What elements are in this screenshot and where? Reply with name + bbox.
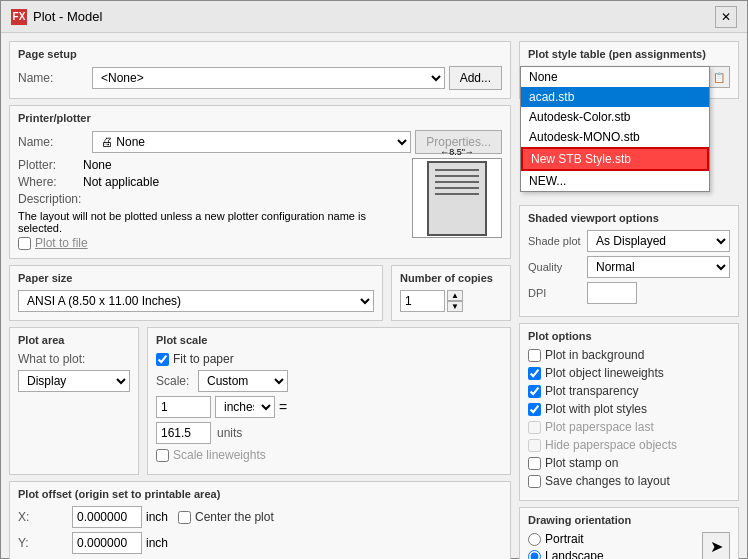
copies-title: Number of copies — [400, 272, 502, 284]
units2-label: units — [217, 426, 242, 440]
dropdown-item-new[interactable]: NEW... — [521, 171, 709, 191]
portrait-label: Portrait — [545, 532, 584, 546]
portrait-radio[interactable] — [528, 533, 541, 546]
shading-title: Shaded viewport options — [528, 212, 730, 224]
fit-to-paper-row: Fit to paper — [156, 352, 502, 366]
printer-preview-box: ←8.5"→ — [412, 158, 502, 238]
style-table-dropdown: None acad.stb Autodesk-Color.stb Autodes… — [520, 66, 710, 192]
dropdown-item-new-stb[interactable]: New STB Style.stb — [521, 147, 709, 171]
plot-scale-title: Plot scale — [156, 334, 502, 346]
preview-paper — [427, 161, 487, 236]
plot-styles-checkbox[interactable] — [528, 403, 541, 416]
save-changes-checkbox[interactable] — [528, 475, 541, 488]
plot-stamp-checkbox[interactable] — [528, 457, 541, 470]
page-setup-title: Page setup — [18, 48, 502, 60]
units-select[interactable]: inches — [215, 396, 275, 418]
copies-down-btn[interactable]: ▼ — [447, 301, 463, 312]
plot-bg-checkbox[interactable] — [528, 349, 541, 362]
x-offset-input[interactable] — [72, 506, 142, 528]
dropdown-item-none[interactable]: None — [521, 67, 709, 87]
desc-row: Description: — [18, 192, 400, 206]
plotter-value: None — [83, 158, 112, 172]
plot-lineweights-label: Plot object lineweights — [545, 366, 664, 380]
paper-size-select[interactable]: ANSI A (8.50 x 11.00 Inches) — [18, 290, 374, 312]
name-label: Name: — [18, 71, 88, 85]
quality-row: Quality Normal — [528, 256, 730, 278]
dropdown-item-color[interactable]: Autodesk-Color.stb — [521, 107, 709, 127]
shade-plot-select[interactable]: As Displayed — [587, 230, 730, 252]
printer-info: Plotter: None Where: Not applicable Desc… — [18, 158, 502, 250]
plot-lineweights-checkbox[interactable] — [528, 367, 541, 380]
hide-paperspace-label: Hide paperspace objects — [545, 438, 677, 452]
copies-up-btn[interactable]: ▲ — [447, 290, 463, 301]
title-bar: FX Plot - Model ✕ — [1, 1, 747, 33]
dimension-label: ←8.5"→ — [440, 147, 474, 157]
printer-select[interactable]: 🖨 None — [92, 131, 411, 153]
printer-details: Plotter: None Where: Not applicable Desc… — [18, 158, 400, 250]
plot-offset-title: Plot offset (origin set to printable are… — [18, 488, 502, 500]
where-row: Where: Not applicable — [18, 175, 400, 189]
page-setup-select[interactable]: <None> — [92, 67, 445, 89]
add-button[interactable]: Add... — [449, 66, 502, 90]
paperspace-last-checkbox[interactable] — [528, 421, 541, 434]
plot-stamp-label: Plot stamp on — [545, 456, 618, 470]
scale-select[interactable]: Custom — [198, 370, 288, 392]
save-changes-label: Save changes to layout — [545, 474, 670, 488]
landscape-radio[interactable] — [528, 550, 541, 560]
close-button[interactable]: ✕ — [715, 6, 737, 28]
plot-scale-section: Plot scale Fit to paper Scale: Custom — [147, 327, 511, 475]
style-table-edit-btn[interactable]: 📋 — [708, 66, 730, 88]
what-to-plot-select[interactable]: Display — [18, 370, 130, 392]
plot-file-row: Plot to file — [18, 236, 400, 250]
landscape-icon-btn[interactable]: ➤ — [702, 532, 730, 559]
where-label: Where: — [18, 175, 83, 189]
y-offset-input[interactable] — [72, 532, 142, 554]
paper-size-title: Paper size — [18, 272, 374, 284]
dropdown-item-mono[interactable]: Autodesk-MONO.stb — [521, 127, 709, 147]
middle-row: Paper size ANSI A (8.50 x 11.00 Inches) … — [9, 265, 511, 321]
dpi-input[interactable] — [587, 282, 637, 304]
copies-spinner: ▲ ▼ — [400, 290, 502, 312]
fit-to-paper-checkbox[interactable] — [156, 353, 169, 366]
paper-size-section: Paper size ANSI A (8.50 x 11.00 Inches) — [9, 265, 383, 321]
copies-input[interactable] — [400, 290, 445, 312]
dropdown-item-acad[interactable]: acad.stb — [521, 87, 709, 107]
quality-label: Quality — [528, 261, 583, 273]
offset-row: X: inch Center the plot — [18, 506, 502, 528]
plot-styles-row: Plot with plot styles — [528, 402, 730, 416]
quality-select[interactable]: Normal — [587, 256, 730, 278]
plot-to-file-checkbox[interactable] — [18, 237, 31, 250]
hide-paperspace-checkbox[interactable] — [528, 439, 541, 452]
hide-paperspace-row: Hide paperspace objects — [528, 438, 730, 452]
plot-options-section: Plot options Plot in background Plot obj… — [519, 323, 739, 501]
bottom-sections: Plot area What to plot: Display Plot sca… — [9, 327, 511, 475]
scale-lineweights-checkbox[interactable] — [156, 449, 169, 462]
dpi-label: DPI — [528, 287, 583, 299]
copies-section: Number of copies ▲ ▼ — [391, 265, 511, 321]
x-label: X: — [18, 510, 68, 524]
landscape-label: Landscape — [545, 549, 604, 559]
orientation-rows: Portrait Landscape Plot upside-down ➤ — [528, 532, 730, 559]
y-offset-row: Y: inch — [18, 532, 502, 554]
orientation-section: Drawing orientation Portrait Landscape — [519, 507, 739, 559]
scale-value2-input[interactable] — [156, 422, 211, 444]
plot-transparency-checkbox[interactable] — [528, 385, 541, 398]
paperspace-last-row: Plot paperspace last — [528, 420, 730, 434]
plot-options-title: Plot options — [528, 330, 730, 342]
scale-lineweights-label: Scale lineweights — [173, 448, 266, 462]
window-title: Plot - Model — [33, 9, 102, 24]
preview-line — [435, 175, 479, 177]
plot-styles-label: Plot with plot styles — [545, 402, 647, 416]
plot-transparency-label: Plot transparency — [545, 384, 638, 398]
printer-title: Printer/plotter — [18, 112, 502, 124]
plot-bg-label: Plot in background — [545, 348, 644, 362]
desc-value: The layout will not be plotted unless a … — [18, 210, 400, 234]
main-window: FX Plot - Model ✕ Page setup Name: <None… — [0, 0, 748, 559]
plot-to-file-label: Plot to file — [35, 236, 88, 250]
x-unit: inch — [146, 510, 168, 524]
printer-section: Printer/plotter Name: 🖨 None Properties.… — [9, 105, 511, 259]
printer-name-label: Name: — [18, 135, 88, 149]
scale-value1-input[interactable] — [156, 396, 211, 418]
center-plot-checkbox[interactable] — [178, 511, 191, 524]
where-value: Not applicable — [83, 175, 159, 189]
